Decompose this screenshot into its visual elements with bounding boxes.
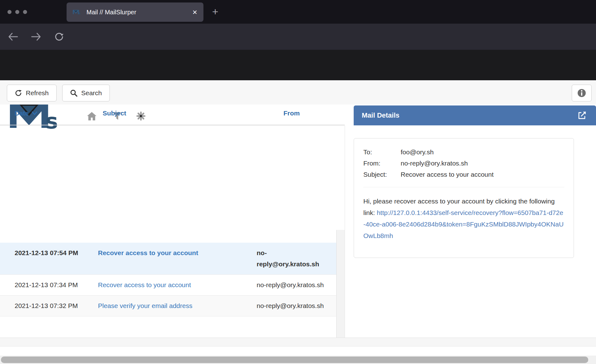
detail-field-from: From: no-reply@ory.kratos.sh	[363, 158, 564, 169]
search-button[interactable]: Search	[62, 85, 110, 101]
browser-tab[interactable]: s Mail // MailSlurper ×	[67, 2, 203, 22]
window-dot-icon[interactable]	[23, 10, 27, 14]
field-label: From:	[363, 158, 401, 169]
header-divider	[0, 125, 345, 125]
mail-row[interactable]: 2021-12-13 07:32 PM Please verify your e…	[0, 296, 336, 316]
forward-button[interactable]	[30, 30, 42, 43]
app-header: s	[0, 50, 596, 80]
mailslurper-favicon-icon: s	[73, 9, 82, 16]
info-button[interactable]	[572, 85, 592, 101]
mail-subject: Recover access to your account	[98, 247, 240, 270]
refresh-icon	[15, 89, 22, 97]
column-header-from[interactable]: From	[257, 110, 327, 117]
mail-subject-link[interactable]: Please verify your email address	[98, 302, 192, 309]
mail-date: 2021-12-13 07:54 PM	[15, 247, 78, 270]
column-header-date[interactable]: Date	[15, 110, 37, 117]
bottom-strip	[0, 338, 596, 346]
details-divider	[363, 187, 564, 187]
detail-field-subject: Subject: Recover access to your account	[363, 169, 564, 180]
info-icon	[577, 88, 586, 98]
back-button[interactable]	[7, 30, 19, 43]
new-tab-button[interactable]: +	[212, 6, 218, 17]
mail-body: Hi, please recover access to your accoun…	[363, 195, 564, 241]
window-dot-icon[interactable]	[15, 10, 19, 14]
browser-window: s Mail // MailSlurper × +	[0, 0, 596, 364]
search-icon	[70, 89, 77, 97]
sort-descending-icon	[32, 111, 37, 115]
tab-bar: s Mail // MailSlurper × +	[0, 0, 596, 24]
horizontal-scrollbar-thumb[interactable]	[1, 357, 588, 363]
mail-from: no-reply@ory.kratos.sh	[257, 247, 327, 270]
mail-date: 2021-12-13 07:34 PM	[15, 279, 78, 291]
mail-subject-link[interactable]: Recover access to your account	[98, 249, 198, 256]
mail-subject: Recover access to your account	[98, 279, 240, 291]
reload-icon	[54, 32, 64, 42]
horizontal-scrollbar[interactable]	[0, 356, 596, 364]
back-arrow-icon	[8, 32, 18, 41]
refresh-button[interactable]: Refresh	[7, 85, 57, 101]
refresh-button-label: Refresh	[26, 89, 49, 97]
field-value: Recover access to your account	[401, 169, 564, 180]
window-controls[interactable]	[7, 10, 27, 14]
field-label: Subject:	[363, 169, 401, 180]
mail-date: 2021-12-13 07:32 PM	[15, 300, 78, 311]
svg-text:s: s	[78, 11, 80, 15]
bottom-strip-white	[0, 346, 596, 356]
mail-details-card: To: foo@ory.sh From: no-reply@ory.kratos…	[354, 138, 574, 258]
field-label: To:	[363, 147, 401, 158]
external-link-icon[interactable]	[577, 111, 587, 120]
navigation-bar: 127.0.0.1:4436/# 90%	[0, 24, 596, 50]
recovery-link[interactable]: http://127.0.0.1:4433/self-service/recov…	[363, 209, 564, 239]
mail-subject-link[interactable]: Recover access to your account	[98, 281, 191, 288]
column-header-subject[interactable]: Subject	[103, 110, 126, 117]
mail-details-header: Mail Details	[354, 105, 596, 125]
search-button-label: Search	[81, 89, 102, 97]
mail-from: no-reply@ory.kratos.sh	[257, 300, 327, 311]
mail-from: no-reply@ory.kratos.sh	[257, 279, 327, 291]
field-value: no-reply@ory.kratos.sh	[401, 158, 564, 169]
mail-subject: Please verify your email address	[98, 300, 240, 311]
action-toolbar: Refresh Search	[0, 80, 596, 105]
field-value: foo@ory.sh	[401, 147, 564, 158]
mail-row[interactable]: 2021-12-13 07:34 PM Recover access to yo…	[0, 275, 336, 296]
mail-details-title: Mail Details	[362, 111, 577, 119]
reload-button[interactable]	[53, 30, 65, 43]
mail-list-header: Date Subject From	[0, 105, 345, 125]
tab-title: Mail // MailSlurper	[86, 9, 193, 16]
window-dot-icon[interactable]	[7, 10, 12, 14]
pane-divider	[345, 125, 345, 346]
tab-close-icon[interactable]: ×	[193, 8, 197, 16]
mail-list-pane: Date Subject From 2021-12-13 07:54 PM Re…	[0, 105, 345, 125]
detail-field-to: To: foo@ory.sh	[363, 147, 564, 158]
mail-row-selected[interactable]: 2021-12-13 07:54 PM Recover access to yo…	[0, 243, 336, 275]
forward-arrow-icon	[31, 32, 41, 41]
